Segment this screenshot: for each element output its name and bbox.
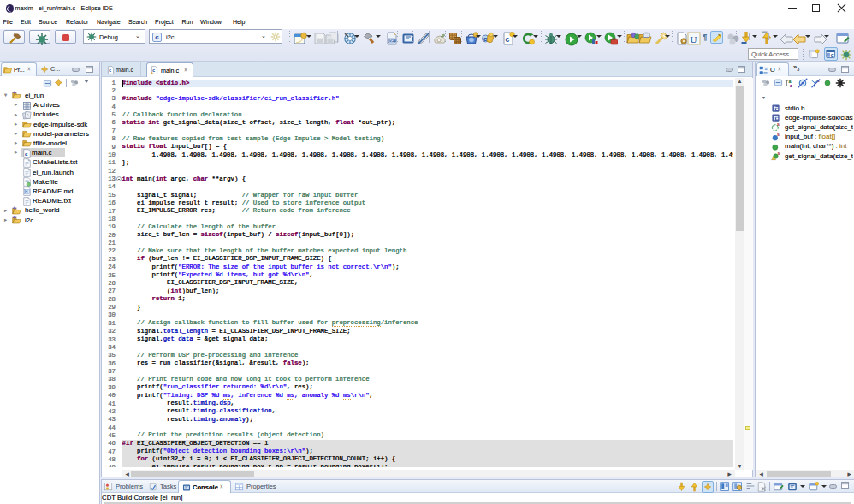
svg-text:C: C <box>831 53 834 58</box>
svg-text:z: z <box>790 83 792 88</box>
svg-text:c: c <box>505 34 509 43</box>
svg-text:010: 010 <box>389 39 396 43</box>
svg-text:c: c <box>152 68 155 73</box>
svg-text:c: c <box>109 68 111 73</box>
svg-text:U: U <box>691 34 697 44</box>
